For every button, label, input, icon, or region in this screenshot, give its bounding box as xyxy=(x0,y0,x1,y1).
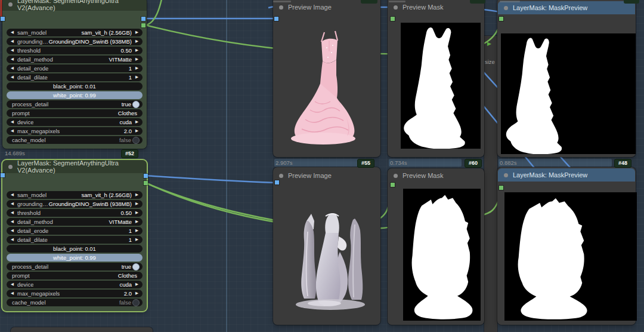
increment-arrow-icon[interactable]: ▶ xyxy=(135,220,138,224)
decrement-arrow-icon[interactable]: ◀ xyxy=(11,291,14,296)
widget-prompt[interactable]: promptClothes xyxy=(7,272,143,279)
widget-value: 2.0 xyxy=(124,128,132,134)
decrement-arrow-icon[interactable]: ◀ xyxy=(11,30,14,35)
cut-node-top-strip[interactable] xyxy=(11,327,153,332)
increment-arrow-icon[interactable]: ▶ xyxy=(135,30,138,35)
widget-device[interactable]: ◀devicecuda▶ xyxy=(7,281,143,288)
maskpreview-2-input-port[interactable] xyxy=(499,186,503,190)
widget-cache_model[interactable]: cache_modelfalse xyxy=(7,299,143,306)
decrement-arrow-icon[interactable]: ◀ xyxy=(11,211,14,215)
increment-arrow-icon[interactable]: ▶ xyxy=(135,75,138,79)
seg2-mask-output-port[interactable] xyxy=(144,181,148,185)
preview-mask-node-1[interactable]: Preview Mask xyxy=(388,0,484,157)
seg2-image-output-port[interactable] xyxy=(144,174,148,178)
decrement-arrow-icon[interactable]: ◀ xyxy=(11,193,14,197)
decrement-arrow-icon[interactable]: ◀ xyxy=(11,66,14,70)
preview-mask-2-input-port[interactable] xyxy=(391,183,395,187)
increment-arrow-icon[interactable]: ▶ xyxy=(135,129,138,133)
increment-arrow-icon[interactable]: ▶ xyxy=(135,282,138,287)
toggle-dot-icon[interactable] xyxy=(132,101,140,108)
node-header[interactable]: LayerMask: MaskPreview xyxy=(498,168,635,182)
maskpreview-1-input-port[interactable] xyxy=(499,17,503,21)
preview-image-2-input-port[interactable] xyxy=(275,180,279,185)
maskpreview-node-2[interactable]: LayerMask: MaskPreview xyxy=(497,167,636,325)
widget-white_point[interactable]: white_point: 0.99 xyxy=(7,254,143,262)
decrement-arrow-icon[interactable]: ◀ xyxy=(11,202,14,206)
widget-process_detail[interactable]: process_detailtrue xyxy=(7,263,143,270)
node-status-dot xyxy=(8,165,13,169)
decrement-arrow-icon[interactable]: ◀ xyxy=(11,120,14,124)
increment-arrow-icon[interactable]: ▶ xyxy=(135,120,138,124)
node-header[interactable]: LayerMask: SegmentAnythingUltra V2(Advan… xyxy=(2,0,147,11)
increment-arrow-icon[interactable]: ▶ xyxy=(135,48,138,53)
widget-detail_erode[interactable]: ◀detail_erode1▶ xyxy=(7,227,143,235)
widget-black_point[interactable]: black_point: 0.01 xyxy=(7,245,143,253)
widget-max_megapixels[interactable]: ◀max_megapixels2.0▶ xyxy=(7,127,143,135)
preview-mask-node-2[interactable]: Preview Mask xyxy=(388,168,484,325)
seg1-input-port[interactable] xyxy=(1,17,5,21)
node-status-dot xyxy=(279,5,283,10)
cut-exec-time-stub xyxy=(273,1,291,2)
node-header[interactable]: Preview Image xyxy=(273,167,380,179)
hidden-node-sliver[interactable]: ▶ size xyxy=(484,36,497,332)
widget-detail_dilate[interactable]: ◀detail_dilate1▶ xyxy=(7,73,143,81)
node-status-dot xyxy=(504,6,508,10)
node-status-dot xyxy=(8,2,13,7)
decrement-arrow-icon[interactable]: ◀ xyxy=(11,220,14,224)
widget-threshold[interactable]: ◀threshold0.50▶ xyxy=(7,47,143,54)
preview-image-node-1[interactable]: Preview Image xyxy=(273,0,380,157)
segment-anything-node-2[interactable]: LayerMask: SegmentAnythingUltra V2(Advan… xyxy=(2,160,147,311)
toggle-dot-icon[interactable] xyxy=(132,299,140,306)
widget-device[interactable]: ◀devicecuda▶ xyxy=(7,118,143,126)
widget-grounding_dino_model[interactable]: ◀grounding_dino_modelGroundingDINO_SwinB… xyxy=(7,200,143,208)
widget-detail_dilate[interactable]: ◀detail_dilate1▶ xyxy=(7,236,143,244)
decrement-arrow-icon[interactable]: ◀ xyxy=(11,238,14,242)
node-id-badge: #55 xyxy=(357,159,374,168)
decrement-arrow-icon[interactable]: ◀ xyxy=(11,282,14,287)
widget-cache_model[interactable]: cache_modelfalse xyxy=(7,136,143,144)
preview-image-node-2[interactable]: Preview Image xyxy=(273,167,380,325)
preview-image-1-input-port[interactable] xyxy=(274,17,278,21)
widget-detail_method[interactable]: ◀detail_methodVITMatte▶ xyxy=(7,56,143,63)
node-graph-canvas[interactable]: ▶ size LayerMask: SegmentAnythingUltra V… xyxy=(0,0,644,332)
widget-label: process_detail xyxy=(12,101,48,107)
seg1-image-output-port[interactable] xyxy=(141,17,145,21)
widget-process_detail[interactable]: process_detailtrue xyxy=(7,100,143,108)
increment-arrow-icon[interactable]: ▶ xyxy=(135,238,138,242)
widget-black_point[interactable]: black_point: 0.01 xyxy=(7,82,143,90)
increment-arrow-icon[interactable]: ▶ xyxy=(135,229,138,233)
toggle-dot-icon[interactable] xyxy=(132,137,140,144)
decrement-arrow-icon[interactable]: ◀ xyxy=(11,229,14,233)
decrement-arrow-icon[interactable]: ◀ xyxy=(11,57,14,62)
decrement-arrow-icon[interactable]: ◀ xyxy=(11,48,14,53)
increment-arrow-icon[interactable]: ▶ xyxy=(135,211,138,215)
widget-sam_model[interactable]: ◀sam_modelsam_vit_h (2.56GB)▶ xyxy=(7,191,143,199)
increment-arrow-icon[interactable]: ▶ xyxy=(135,66,138,70)
node-header[interactable]: LayerMask: MaskPreview xyxy=(498,1,635,14)
widget-prompt[interactable]: promptClothes xyxy=(7,109,143,117)
increment-arrow-icon[interactable]: ▶ xyxy=(135,39,138,44)
segment-anything-node-1[interactable]: LayerMask: SegmentAnythingUltra V2(Advan… xyxy=(2,0,147,149)
seg2-input-port[interactable] xyxy=(1,173,5,177)
increment-arrow-icon[interactable]: ▶ xyxy=(135,57,138,62)
widget-max_megapixels[interactable]: ◀max_megapixels2.0▶ xyxy=(7,290,143,297)
preview-mask-1-input-port[interactable] xyxy=(391,17,395,21)
widget-sam_model[interactable]: ◀sam_modelsam_vit_h (2.56GB)▶ xyxy=(7,29,143,36)
increment-arrow-icon[interactable]: ▶ xyxy=(135,202,138,206)
widget-white_point[interactable]: white_point: 0.99 xyxy=(7,91,143,99)
node-header[interactable]: LayerMask: SegmentAnythingUltra V2(Advan… xyxy=(2,160,147,173)
widget-threshold[interactable]: ◀threshold0.50▶ xyxy=(7,209,143,217)
increment-arrow-icon[interactable]: ▶ xyxy=(135,193,138,197)
widget-grounding_dino_model[interactable]: ◀grounding_dino_modelGroundingDINO_SwinB… xyxy=(7,38,143,45)
decrement-arrow-icon[interactable]: ◀ xyxy=(11,75,14,79)
connector-gap xyxy=(2,11,147,27)
widget-detail_erode[interactable]: ◀detail_erode1▶ xyxy=(7,64,143,72)
decrement-arrow-icon[interactable]: ◀ xyxy=(11,129,14,133)
increment-arrow-icon[interactable]: ▶ xyxy=(135,291,138,296)
seg1-mask-output-port[interactable] xyxy=(141,23,145,27)
toggle-dot-icon[interactable] xyxy=(132,263,140,270)
decrement-arrow-icon[interactable]: ◀ xyxy=(11,39,14,44)
widget-detail_method[interactable]: ◀detail_methodVITMatte▶ xyxy=(7,218,143,226)
node-header[interactable]: Preview Mask xyxy=(388,168,484,179)
maskpreview-node-1[interactable]: LayerMask: MaskPreview xyxy=(497,0,636,157)
